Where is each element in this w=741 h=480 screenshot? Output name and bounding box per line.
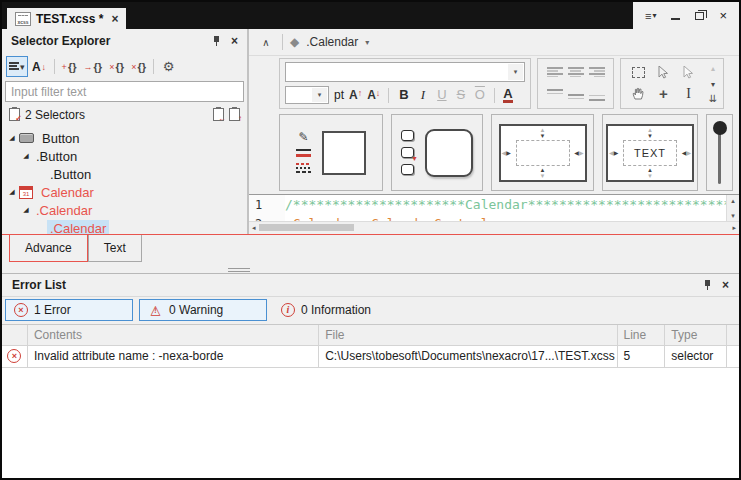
padding-left-arrows[interactable]: ◀▶ [502,150,511,156]
padding-top-arrows[interactable]: ▲▼ [647,127,653,139]
document-tab[interactable]: xcss TEST.xcss * × [7,8,126,29]
tree-expander-icon[interactable]: ◢ [5,134,19,142]
corner-small-icon[interactable] [401,164,414,175]
font-color-button[interactable]: A [503,87,512,103]
corner-style-box[interactable]: ▼ [391,114,483,191]
clipboard-arrow-left-icon[interactable]: ← [213,108,224,121]
panel-close-icon[interactable]: × [722,278,729,292]
splitter-grip-icon[interactable] [228,268,250,272]
bold-button[interactable]: B [397,87,410,103]
padding-box[interactable]: ▲▼ ▲▼ ◀▶ ◀▶ [491,114,594,191]
tree-item-button[interactable]: ◢.Button [2,147,247,165]
align-left-icon[interactable] [547,67,563,77]
padding-left-arrows[interactable]: ◀▶ [609,150,618,156]
scroll-down-icon[interactable]: ▾ [731,212,735,220]
code-lines[interactable]: 1/**********************Calendar********… [249,195,726,221]
valign-bottom-icon[interactable] [589,89,605,101]
padding-bottom-arrows[interactable]: ▲▼ [540,167,546,179]
scroll-up-icon[interactable]: ▴ [731,197,735,205]
tree-item-button[interactable]: ◢Button [2,129,247,147]
text-padding-box[interactable]: TEXT ▲▼ ▲▼ ◀▶ ◀▶ [602,114,698,191]
padding-preview[interactable]: ▲▼ ▲▼ ◀▶ ◀▶ [499,124,587,182]
font-size-combo[interactable]: ▾ [285,86,329,104]
tree-expander-icon[interactable]: ◢ [5,188,19,196]
combo-dropdown-icon[interactable]: ▾ [312,88,327,102]
marquee-select-icon[interactable] [632,67,645,78]
padding-right-arrows[interactable]: ◀▶ [682,150,691,156]
tree-item-button[interactable]: .Button [2,165,247,183]
slider-track[interactable] [718,128,721,184]
error-filter-button[interactable]: ×1 Error [5,299,133,321]
strikethrough-button[interactable]: S [454,87,467,103]
close-icon[interactable]: × [719,8,727,23]
restore-icon[interactable] [695,12,704,20]
tab-text[interactable]: Text [88,235,142,262]
tree-item-calendar[interactable]: ◢.Calendar [2,201,247,219]
sort-selectors-button[interactable]: ▾ [6,56,28,77]
padding-top-arrows[interactable]: ▲▼ [540,127,546,139]
corner-radius-preview[interactable] [425,129,473,177]
overline-button[interactable]: O [473,87,486,103]
underline-button[interactable]: U [435,87,448,103]
pin-icon[interactable] [212,35,222,47]
collapse-toolbar-icon[interactable]: ∧ [257,37,275,48]
font-family-combo[interactable]: ▾ [285,62,525,82]
column-header-icon[interactable] [2,325,28,345]
italic-button[interactable]: I [416,87,429,103]
warning-filter-button[interactable]: △!0 Warning [139,299,267,321]
align-right-icon[interactable] [589,67,605,77]
window-list-icon[interactable]: ≡ ▾ [645,10,656,22]
cursor-alt-icon[interactable] [683,66,694,79]
valign-top-icon[interactable] [547,89,563,101]
clipboard-arrow-up-icon[interactable]: ↑ [229,108,240,121]
combo-dropdown-icon[interactable]: ▾ [508,64,523,80]
settings-button[interactable]: ⚙ [158,56,179,77]
error-row[interactable]: ×Invalid attribute name : -nexa-bordeC:\… [2,346,739,368]
border-preview[interactable] [322,131,366,175]
panel-splitter[interactable] [2,267,739,273]
insert-selector-button[interactable]: → {} [81,56,106,77]
tab-advance[interactable]: Advance [9,235,88,262]
minimize-icon[interactable] [671,18,680,20]
hscroll-thumb[interactable] [259,224,354,231]
line-style-icon[interactable] [296,149,311,157]
hand-tool-icon[interactable] [632,87,645,100]
tree-item-calendar[interactable]: .Calendar [2,219,247,234]
slider-knob[interactable] [713,121,727,135]
vertical-scrollbar[interactable]: ▴ ▾ [726,195,739,221]
decrease-font-button[interactable]: A ↓ [367,88,380,102]
increase-font-button[interactable]: A ↑ [349,88,362,102]
info-filter-button[interactable]: i0 Information [273,299,379,321]
corner-resize-icon[interactable]: ▼ [401,147,414,158]
sort-alpha-button[interactable]: A ↓ [29,56,50,77]
selector-dropdown-icon[interactable]: ▾ [365,38,369,47]
column-header-Line[interactable]: Line [618,325,666,345]
dash-style-icon[interactable] [296,163,311,173]
scroll-up-icon[interactable]: ▴ [711,64,715,73]
column-header-File[interactable]: File [319,325,617,345]
column-header-Contents[interactable]: Contents [28,325,319,345]
scroll-right-icon[interactable]: ▸ [732,224,736,232]
align-center-icon[interactable] [568,67,584,77]
tree-item-calendar[interactable]: ◢31Calendar [2,183,247,201]
filter-input[interactable] [5,81,244,102]
text-cursor-icon[interactable]: I [686,86,691,102]
scroll-left-icon[interactable]: ◂ [252,224,256,232]
delete-all-selectors-button[interactable]: × {} [128,56,149,77]
padding-bottom-arrows[interactable]: ▲▼ [647,167,653,179]
pin-icon[interactable] [703,279,713,291]
column-header-Type[interactable]: Type [665,325,727,345]
add-selector-button[interactable]: + {} [59,56,80,77]
tree-expander-icon[interactable]: ◢ [19,206,33,214]
pencil-icon[interactable]: ✎ [298,132,308,143]
corner-icon[interactable] [401,130,414,141]
scroll-down-icon[interactable]: ▾ [711,80,715,89]
tab-close-icon[interactable]: × [111,12,118,26]
scroll-bottom-icon[interactable]: ⇊ [709,95,717,103]
tree-expander-icon[interactable]: ◢ [19,152,33,160]
valign-middle-icon[interactable] [568,89,584,101]
panel-close-icon[interactable]: × [231,34,238,48]
code-text[interactable]: /**********************Calendar*********… [285,195,726,214]
border-style-box[interactable]: ✎ [279,114,383,191]
delete-selector-button[interactable]: × {} [106,56,127,77]
